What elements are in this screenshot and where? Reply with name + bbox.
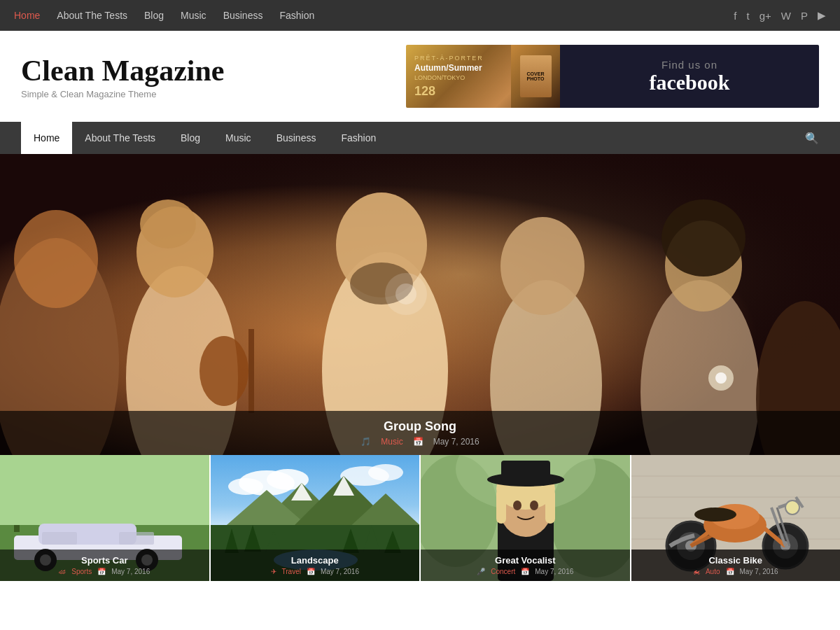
svg-point-6 xyxy=(140,200,196,248)
thumb-date-car: May 7, 2016 xyxy=(111,568,150,575)
thumb-title-bike: Classic Bike xyxy=(637,555,835,566)
hero-date: May 7, 2016 xyxy=(433,437,479,447)
svg-point-93 xyxy=(785,500,799,514)
svg-rect-30 xyxy=(0,455,210,525)
top-bar: Home About The Tests Blog Music Business… xyxy=(0,0,840,31)
hero-title: Group Song xyxy=(8,419,832,434)
top-nav-blog[interactable]: Blog xyxy=(144,10,164,21)
thumb-meta-car: 🏎 Sports 📅 May 7, 2016 xyxy=(6,568,204,575)
svg-point-90 xyxy=(694,507,736,522)
thumb-caption-vocalist: Great Vocalist 🎤 Concert 📅 May 7, 2016 xyxy=(421,550,630,581)
facebook-icon[interactable]: f xyxy=(734,10,736,22)
thumb-cat-icon-car: 🏎 xyxy=(59,568,66,575)
thumbnail-grid: Sports Car 🏎 Sports 📅 May 7, 2016 xyxy=(0,455,840,581)
thumb-meta-landscape: ✈ Travel 📅 May 7, 2016 xyxy=(216,568,414,575)
banner-left-panel: PRÊT-À-PORTER Autumn/Summer LONDON/TOKYO… xyxy=(406,45,560,108)
hero-section: Group Song 🎵 Music 📅 May 7, 2016 xyxy=(0,154,840,455)
thumb-date-vocalist: May 7, 2016 xyxy=(535,568,573,575)
thumb-cat-icon-bike: 🏍 xyxy=(693,568,700,575)
banner-text-3: LONDON/TOKYO xyxy=(414,74,552,81)
social-links: f t g+ W P ▶ xyxy=(734,9,826,22)
svg-point-3 xyxy=(14,210,98,308)
svg-point-13 xyxy=(500,217,584,315)
sec-nav-about[interactable]: About The Tests xyxy=(72,122,168,154)
thumbnail-vocalist[interactable]: Great Vocalist 🎤 Concert 📅 May 7, 2016 xyxy=(421,455,631,581)
sec-nav-blog[interactable]: Blog xyxy=(168,122,213,154)
search-icon[interactable]: 🔍 xyxy=(805,132,819,145)
sec-nav-home[interactable]: Home xyxy=(21,122,72,154)
secondary-nav: Home About The Tests Blog Music Business… xyxy=(0,122,840,154)
thumbnail-landscape[interactable]: Landscape ✈ Travel 📅 May 7, 2016 xyxy=(211,455,421,581)
wordpress-icon[interactable]: W xyxy=(781,10,791,22)
top-nav-music[interactable]: Music xyxy=(181,10,206,21)
thumb-date-icon-landscape: 📅 xyxy=(307,568,315,575)
site-logo: Clean Magazine Simple & Clean Magazine T… xyxy=(21,54,224,99)
hero-category: Music xyxy=(381,437,402,447)
svg-rect-69 xyxy=(501,461,550,482)
svg-rect-67 xyxy=(545,489,555,524)
thumbnail-sports-car[interactable]: Sports Car 🏎 Sports 📅 May 7, 2016 xyxy=(0,455,211,581)
svg-point-44 xyxy=(368,464,403,481)
thumb-category-vocalist: Concert xyxy=(491,568,515,575)
top-nav-about[interactable]: About The Tests xyxy=(57,10,127,21)
top-nav-home[interactable]: Home xyxy=(14,10,40,21)
twitter-icon[interactable]: t xyxy=(747,10,750,22)
svg-rect-38 xyxy=(119,532,154,545)
sec-nav-fashion[interactable]: Fashion xyxy=(328,122,388,154)
thumb-date-icon-bike: 📅 xyxy=(726,568,734,575)
thumb-caption-car: Sports Car 🏎 Sports 📅 May 7, 2016 xyxy=(0,550,209,581)
thumb-date-icon-car: 📅 xyxy=(97,568,106,575)
thumb-category-landscape: Travel xyxy=(282,568,301,575)
hero-category-icon: 🎵 xyxy=(360,437,371,447)
thumbnail-bike[interactable]: Classic Bike 🏍 Auto 📅 May 7, 2016 xyxy=(631,455,841,581)
thumb-date-landscape: May 7, 2016 xyxy=(321,568,359,575)
banner-facebook-text: facebook xyxy=(650,71,730,94)
pinterest-icon[interactable]: P xyxy=(801,10,808,22)
svg-point-71 xyxy=(530,500,538,510)
banner-right-panel: Find us on facebook xyxy=(560,45,819,108)
thumb-meta-bike: 🏍 Auto 📅 May 7, 2016 xyxy=(637,568,835,575)
hero-date-icon: 📅 xyxy=(413,437,424,447)
thumb-caption-landscape: Landscape ✈ Travel 📅 May 7, 2016 xyxy=(211,550,420,581)
svg-point-21 xyxy=(715,372,727,384)
svg-rect-8 xyxy=(248,329,254,413)
thumb-title-car: Sports Car xyxy=(6,555,204,566)
site-header: Clean Magazine Simple & Clean Magazine T… xyxy=(0,31,840,122)
site-title: Clean Magazine xyxy=(21,54,224,88)
thumb-cat-icon-vocalist: 🎤 xyxy=(477,568,485,575)
thumb-category-car: Sports xyxy=(71,568,92,575)
top-nav-business[interactable]: Business xyxy=(223,10,263,21)
sec-nav-business[interactable]: Business xyxy=(264,122,329,154)
banner-text-2: Autumn/Summer xyxy=(414,63,552,73)
top-navigation: Home About The Tests Blog Music Business… xyxy=(14,10,314,21)
svg-point-19 xyxy=(396,284,416,304)
banner-find-text: Find us on xyxy=(662,59,718,71)
banner-number: 128 xyxy=(414,84,552,99)
svg-point-70 xyxy=(513,500,522,510)
thumb-date-bike: May 7, 2016 xyxy=(740,568,778,575)
svg-rect-37 xyxy=(42,532,77,545)
hero-background xyxy=(0,154,840,455)
svg-point-42 xyxy=(228,478,263,495)
youtube-icon[interactable]: ▶ xyxy=(818,9,826,22)
hero-caption: Group Song 🎵 Music 📅 May 7, 2016 xyxy=(0,411,840,455)
thumb-caption-bike: Classic Bike 🏍 Auto 📅 May 7, 2016 xyxy=(631,550,841,581)
top-nav-fashion[interactable]: Fashion xyxy=(279,10,314,21)
hero-meta: 🎵 Music 📅 May 7, 2016 xyxy=(8,437,832,447)
svg-point-16 xyxy=(662,200,746,276)
thumb-date-icon-vocalist: 📅 xyxy=(521,568,529,575)
secondary-nav-links: Home About The Tests Blog Music Business… xyxy=(21,122,388,154)
thumb-meta-vocalist: 🎤 Concert 📅 May 7, 2016 xyxy=(426,568,624,575)
site-tagline: Simple & Clean Magazine Theme xyxy=(21,89,224,99)
banner-text-1: PRÊT-À-PORTER xyxy=(414,55,552,62)
sec-nav-music[interactable]: Music xyxy=(213,122,264,154)
svg-point-7 xyxy=(200,336,248,406)
thumb-cat-icon-landscape: ✈ xyxy=(271,568,276,575)
thumb-title-vocalist: Great Vocalist xyxy=(426,555,624,566)
googleplus-icon[interactable]: g+ xyxy=(760,10,771,22)
thumb-category-bike: Auto xyxy=(706,568,720,575)
svg-rect-66 xyxy=(496,489,506,524)
header-banner[interactable]: PRÊT-À-PORTER Autumn/Summer LONDON/TOKYO… xyxy=(406,45,819,108)
thumb-title-landscape: Landscape xyxy=(216,555,414,566)
